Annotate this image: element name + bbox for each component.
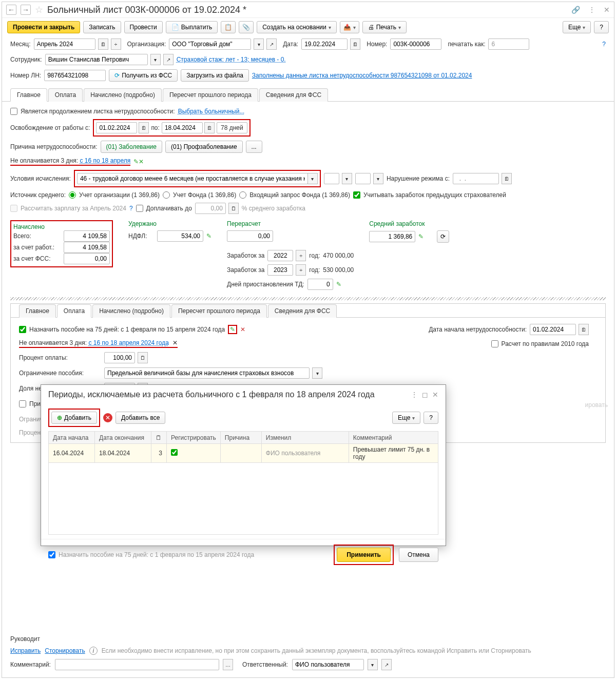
cell-days[interactable]: 3 [151,444,167,463]
insurance-link[interactable]: Страховой стаж: лет - 13; месяцев - 0. [177,56,286,63]
save-button[interactable]: Записать [83,21,121,33]
month-stepper-icon[interactable]: ÷ [111,38,121,50]
extra2-dd[interactable]: ▾ [373,173,383,184]
tab-payment[interactable]: Оплата [48,88,83,102]
dialog-close-icon[interactable]: ✕ [432,391,438,399]
col-editor[interactable]: Изменил [261,432,349,444]
load-file-button[interactable]: Загрузить из файла [181,69,249,82]
cancel-doc-link[interactable]: Сторнировать [45,647,85,654]
refresh-avg-button[interactable]: ⟳ [437,230,449,243]
get-fss-button[interactable]: ⟳Получить из ФСС [109,69,178,82]
susp-input[interactable] [307,279,333,290]
ndfl-value[interactable] [157,230,203,242]
susp-edit-icon[interactable]: ✎ [336,281,341,288]
total-value[interactable] [64,230,110,242]
edit-notpaid-icon[interactable]: ✎✕ [133,158,144,165]
cell-comment[interactable]: Превышает лимит 75 дн. в году [349,444,438,463]
dialog-help-button[interactable]: ? [424,412,438,424]
to-calendar-icon[interactable]: 🗓 [204,122,215,133]
forward-button[interactable]: → [21,5,31,15]
assign-edit-icon[interactable]: ✎ [228,325,237,334]
export-button[interactable]: 📤 [340,21,359,33]
dialog-add-all-button[interactable]: Добавить все [116,412,165,424]
post-button[interactable]: Провести [124,21,163,33]
from-calendar-icon[interactable]: 🗓 [139,122,149,133]
chk-topup[interactable]: Доплачивать до [136,205,192,212]
month-calendar-icon[interactable]: 🗓 [98,38,108,50]
data-filled-link[interactable]: Заполнены данные листка нетрудоспособнос… [252,72,472,79]
ndfl-edit-icon[interactable]: ✎ [206,232,211,240]
avg-value[interactable] [369,231,415,242]
year1-stepper[interactable]: ÷ [296,250,306,261]
reason1-button[interactable]: (01) Заболевание [101,141,162,153]
employer-value[interactable] [64,242,110,253]
tab-accrued-detail[interactable]: Начислено (подробно) [84,88,162,102]
fix-link[interactable]: Исправить [10,647,41,654]
comment-input[interactable] [55,659,219,670]
emp-dd-icon[interactable]: ▾ [150,54,161,65]
col-comment[interactable]: Комментарий [349,432,438,444]
cell-start[interactable]: 16.04.2024 [49,444,95,463]
cell-reason[interactable] [220,444,261,463]
dialog-footer-chk[interactable]: Назначить пособие на 75 дней: с 1 феврал… [48,551,254,558]
dialog-add-button[interactable]: ⊕Добавить [51,412,97,424]
date-input[interactable] [301,38,348,50]
pay-button[interactable]: 📄Выплатить [166,21,218,33]
post-close-button[interactable]: Провести и закрыть [7,21,80,33]
continuation-checkbox[interactable]: Является продолжением листка нетрудоспос… [10,108,175,115]
ln-input[interactable] [44,70,106,81]
date-calendar-icon[interactable]: 🗓 [350,38,360,50]
col-reason[interactable]: Причина [220,432,261,444]
help-q-icon[interactable]: ? [602,41,606,48]
dialog-apply-button[interactable]: Применить [337,548,391,562]
tab2-main[interactable]: Главное [19,304,56,318]
select-sick-link[interactable]: Выбрать больничный... [178,108,245,115]
recalc-value[interactable] [227,230,273,242]
radio-org[interactable]: Учет организации (1 369,86) [69,191,160,199]
chk-prev-employers[interactable]: Учитывать заработок предыдущих страховат… [353,191,506,199]
org-open-icon[interactable]: ↗ [266,38,277,50]
year1-input[interactable] [267,250,293,261]
violation-calendar-icon[interactable]: 🗓 [502,173,512,184]
radio-incoming[interactable]: Входящий запрос Фонда (1 369,86) [239,191,350,199]
recalc-help-icon[interactable]: ? [129,205,133,212]
num-input[interactable] [390,38,441,50]
cell-editor[interactable]: ФИО пользователя [261,444,349,463]
pay-notpaid-close-icon[interactable]: ✕ [172,339,178,346]
org-dd-icon[interactable]: ▾ [254,38,264,50]
tab-fss-info[interactable]: Сведения для ФСС [259,88,328,102]
reason2-button[interactable]: (01) Профзаболевание [165,141,243,153]
employee-input[interactable] [45,54,148,65]
tab-main[interactable]: Главное [10,88,47,102]
printas-input[interactable] [488,38,529,50]
dialog-more-button[interactable]: Еще [392,412,420,424]
violation-input[interactable] [453,173,499,184]
radio-fund[interactable]: Учет Фонда (1 369,86) [163,191,236,199]
kebab-icon[interactable]: ⋮ [588,6,595,14]
tab-recalc-prev[interactable]: Пересчет прошлого периода [163,88,258,102]
col-days[interactable]: 🗒 [151,432,167,444]
show-icon[interactable]: 📋 [221,21,236,33]
cell-end[interactable]: 18.04.2024 [95,444,151,463]
org-input[interactable] [169,38,251,50]
dialog-kebab-icon[interactable]: ⋮ [411,391,418,399]
pay-notpaid-link[interactable]: с 16 по 18 апреля 2024 года [88,339,168,346]
create-based-button[interactable]: Создать на основании [257,21,337,33]
favorite-icon[interactable]: ☆ [35,4,43,15]
tab2-accrued[interactable]: Начислено (подробно) [92,304,170,318]
assign-clear-icon[interactable]: ✕ [240,326,245,333]
limit-input[interactable] [104,367,310,379]
print-button[interactable]: 🖨Печать [362,21,407,33]
close-icon[interactable]: ✕ [604,6,610,14]
resp-input[interactable] [292,659,364,670]
table-row[interactable]: 16.04.2024 18.04.2024 3 ФИО пользователя… [49,444,438,463]
more-button[interactable]: Еще [563,21,591,33]
start-calendar-icon[interactable]: 🗓 [579,324,589,335]
avg-edit-icon[interactable]: ✎ [418,233,424,240]
not-paid-link[interactable]: с 16 по 18 апреля [80,157,130,164]
resp-dd-icon[interactable]: ▾ [368,659,378,670]
calc-cond-input[interactable] [77,173,308,184]
dialog-window-icon[interactable]: ◻ [422,391,428,399]
col-register[interactable]: Регистрировать [167,432,221,444]
assign-chk[interactable]: Назначить пособие на 75 дней: с 1 феврал… [19,326,225,333]
